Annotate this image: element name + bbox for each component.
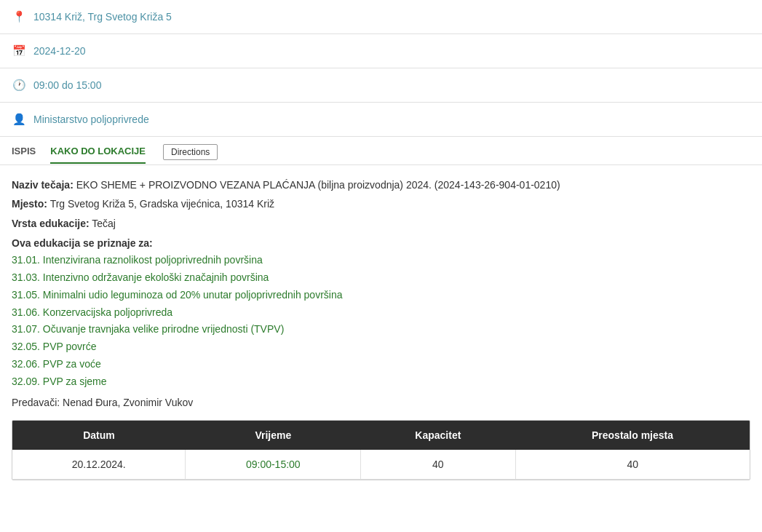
naziv-line: Naziv tečaja: EKO SHEME + PROIZVODNO VEZ… bbox=[12, 177, 750, 193]
cell-vrijeme-0: 09:00-15:00 bbox=[186, 450, 361, 480]
education-item-2: 31.05. Minimalni udio leguminoza od 20% … bbox=[12, 287, 750, 304]
info-row-location: 📍10314 Križ, Trg Svetog Križa 5 bbox=[0, 0, 762, 34]
naziv-label: Naziv tečaja: bbox=[12, 179, 74, 191]
table-body: 20.12.2024.09:00-15:004040 bbox=[12, 450, 750, 480]
directions-button[interactable]: Directions bbox=[163, 144, 218, 160]
education-item-6: 32.06. PVP za voće bbox=[12, 356, 750, 373]
info-row-time: 🕐09:00 do 15:00 bbox=[0, 68, 762, 103]
mjesto-value: Trg Svetog Križa 5, Gradska vijećnica, 1… bbox=[50, 198, 274, 210]
date-text: 2024-12-20 bbox=[33, 45, 86, 57]
col-preostalo: Preostalo mjesta bbox=[515, 421, 750, 450]
col-kapacitet: Kapacitet bbox=[361, 421, 515, 450]
tab-ispis[interactable]: ISPIS bbox=[12, 146, 36, 164]
predavaci-value: Nenad Đura, Zvonimir Vukov bbox=[63, 397, 193, 408]
education-item-4: 31.07. Očuvanje travnjaka velike prirodn… bbox=[12, 321, 750, 338]
ova-label: Ova edukacija se priznaje za: bbox=[12, 237, 750, 249]
content-area: Naziv tečaja: EKO SHEME + PROIZVODNO VEZ… bbox=[0, 165, 762, 492]
education-list: 31.01. Intenzivirana raznolikost poljopr… bbox=[12, 252, 750, 390]
info-row-date: 📅2024-12-20 bbox=[0, 34, 762, 68]
cell-preostalo-0: 40 bbox=[515, 450, 750, 480]
tabs-row: ISPIS KAKO DO LOKACIJE Directions bbox=[0, 137, 762, 165]
education-item-3: 31.06. Konzervacijska poljoprivreda bbox=[12, 304, 750, 322]
education-item-5: 32.05. PVP povrće bbox=[12, 338, 750, 356]
table-header-row: Datum Vrijeme Kapacitet Preostalo mjesta bbox=[12, 421, 750, 450]
tab-kako[interactable]: KAKO DO LOKACIJE bbox=[50, 146, 146, 164]
mjesto-line: Mjesto: Trg Svetog Križa 5, Gradska vije… bbox=[12, 196, 750, 212]
location-text: 10314 Križ, Trg Svetog Križa 5 bbox=[33, 11, 172, 23]
naziv-value: EKO SHEME + PROIZVODNO VEZANA PLAĆANJA (… bbox=[76, 179, 560, 191]
mjesto-label: Mjesto: bbox=[12, 198, 47, 210]
schedule-table-container: Datum Vrijeme Kapacitet Preostalo mjesta… bbox=[12, 420, 750, 480]
schedule-table: Datum Vrijeme Kapacitet Preostalo mjesta… bbox=[12, 421, 750, 480]
vrsta-value: Tečaj bbox=[92, 218, 116, 229]
time-icon: 🕐 bbox=[12, 79, 26, 92]
info-row-organization: 👤Ministarstvo poljoprivrede bbox=[0, 103, 762, 137]
education-item-1: 31.03. Intenzivno održavanje ekološki zn… bbox=[12, 269, 750, 287]
location-icon: 📍 bbox=[12, 10, 26, 23]
education-item-7: 32.09. PVP za sjeme bbox=[12, 373, 750, 391]
organization-icon: 👤 bbox=[12, 113, 26, 126]
col-datum: Datum bbox=[12, 421, 186, 450]
vrsta-line: Vrsta edukacije: Tečaj bbox=[12, 215, 750, 231]
cell-kapacitet-0: 40 bbox=[361, 450, 515, 480]
col-vrijeme: Vrijeme bbox=[186, 421, 361, 450]
vrsta-label: Vrsta edukacije: bbox=[12, 218, 90, 229]
time-text: 09:00 do 15:00 bbox=[33, 79, 101, 91]
table-row-0: 20.12.2024.09:00-15:004040 bbox=[12, 450, 750, 480]
date-icon: 📅 bbox=[12, 44, 26, 57]
cell-datum-0: 20.12.2024. bbox=[12, 450, 186, 480]
predavaci-line: Predavači: Nenad Đura, Zvonimir Vukov bbox=[12, 397, 750, 408]
education-item-0: 31.01. Intenzivirana raznolikost poljopr… bbox=[12, 252, 750, 269]
organization-text: Ministarstvo poljoprivrede bbox=[33, 114, 149, 125]
predavaci-label: Predavači: bbox=[12, 397, 60, 408]
